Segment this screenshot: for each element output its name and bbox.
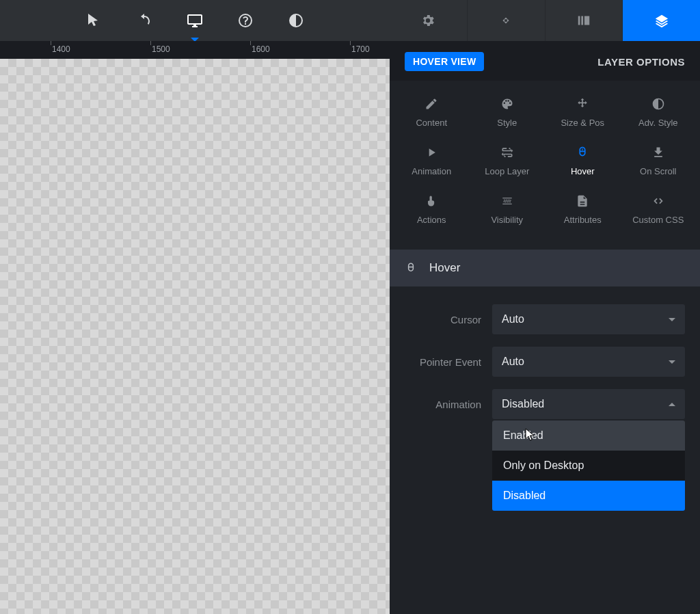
cursor-label: Cursor — [405, 314, 481, 325]
animation-select[interactable]: Disabled Enabled Only on Desktop — [492, 389, 685, 419]
pointer-event-row: Pointer Event Auto — [405, 347, 685, 377]
cat-advstyle[interactable]: Adv. Style — [621, 97, 697, 128]
cat-hover[interactable]: Hover — [545, 146, 621, 176]
panel-title: LAYER OPTIONS — [597, 56, 685, 68]
tab-navigation[interactable] — [468, 0, 546, 41]
undo-icon[interactable] — [135, 12, 153, 29]
option-enabled[interactable]: Enabled — [492, 421, 685, 451]
panel-header: HOVER VIEW LAYER OPTIONS — [390, 41, 700, 81]
cat-attributes[interactable]: Attributes — [545, 194, 621, 225]
hover-section: Hover Cursor Auto Pointer Event Auto — [390, 250, 700, 419]
canvas-area[interactable] — [0, 59, 390, 614]
cat-content[interactable]: Content — [394, 97, 470, 128]
cursor-row: Cursor Auto — [405, 304, 685, 334]
section-header[interactable]: Hover — [390, 250, 700, 286]
animation-label: Animation — [405, 399, 481, 410]
horizontal-ruler: 1400 1500 1600 1700 — [0, 41, 390, 59]
help-icon[interactable] — [237, 12, 254, 29]
cat-label: Size & Pos — [561, 118, 604, 128]
category-grid: Content Style Size & Pos Adv. Style Anim… — [390, 81, 700, 237]
desktop-view-icon[interactable] — [186, 12, 204, 29]
animation-dropdown: Enabled Only on Desktop Disabled — [492, 421, 685, 511]
cat-label: Loop Layer — [485, 166, 529, 176]
option-disabled[interactable]: Disabled — [492, 481, 685, 511]
cat-label: Attributes — [564, 215, 602, 225]
ruler-tick: 1400 — [52, 44, 70, 54]
canvas-panel: 1400 1500 1600 1700 — [0, 0, 390, 614]
cat-label: Hover — [571, 166, 595, 176]
caret-up-icon — [669, 403, 675, 406]
ruler-tick: 1500 — [152, 44, 170, 54]
pointer-event-label: Pointer Event — [405, 356, 481, 368]
cat-actions[interactable]: Actions — [394, 194, 470, 225]
options-panel: HOVER VIEW LAYER OPTIONS Content Style S… — [390, 0, 700, 614]
option-only-desktop[interactable]: Only on Desktop — [492, 451, 685, 481]
ruler-tick: 1700 — [351, 44, 370, 54]
cat-label: On Scroll — [640, 166, 676, 176]
tab-layers[interactable] — [623, 0, 700, 41]
mouse-icon — [405, 262, 417, 274]
ruler-tick: 1600 — [252, 44, 270, 54]
cursor-select[interactable]: Auto — [492, 304, 685, 334]
cat-label: Animation — [412, 166, 451, 176]
cursor-value: Auto — [502, 313, 524, 325]
tab-background[interactable] — [546, 0, 623, 41]
caret-down-icon — [669, 360, 675, 364]
pointer-event-value: Auto — [502, 356, 524, 368]
canvas-toolbar — [0, 0, 390, 41]
cat-label: Visibility — [491, 215, 523, 225]
section-title: Hover — [429, 261, 460, 275]
hover-form: Cursor Auto Pointer Event Auto Animation — [390, 286, 700, 419]
cat-onscroll[interactable]: On Scroll — [621, 146, 697, 176]
cat-label: Adv. Style — [638, 118, 678, 128]
cat-animation[interactable]: Animation — [394, 146, 470, 176]
cat-label: Custom CSS — [632, 215, 684, 225]
pointer-tool-icon[interactable] — [85, 12, 103, 29]
hover-view-badge[interactable]: HOVER VIEW — [405, 52, 484, 71]
svg-rect-0 — [582, 148, 583, 150]
animation-row: Animation Disabled Enabled — [405, 389, 685, 419]
tab-settings[interactable] — [390, 0, 468, 41]
cat-label: Style — [497, 118, 517, 128]
animation-value: Disabled — [502, 398, 544, 410]
cat-label: Actions — [417, 215, 446, 225]
panel-tabs — [390, 0, 700, 41]
cat-looplayer[interactable]: Loop Layer — [470, 146, 546, 176]
contrast-icon[interactable] — [287, 12, 305, 29]
pointer-event-select[interactable]: Auto — [492, 347, 685, 377]
cat-label: Content — [416, 118, 447, 128]
cat-visibility[interactable]: Visibility — [470, 194, 546, 225]
cat-customcss[interactable]: Custom CSS — [621, 194, 697, 225]
cat-sizepos[interactable]: Size & Pos — [545, 97, 621, 128]
caret-down-icon — [669, 318, 675, 321]
cat-style[interactable]: Style — [470, 97, 546, 128]
